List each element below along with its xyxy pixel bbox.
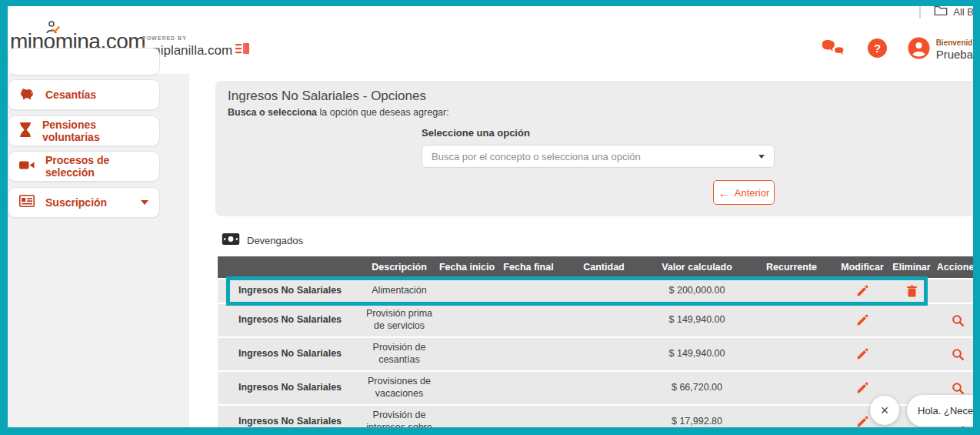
chevron-down-icon <box>141 200 148 205</box>
section-title: Devengados <box>247 235 303 246</box>
column-header-valor-calculado: Valor calculado <box>648 256 745 278</box>
logo-person-icon <box>44 20 61 38</box>
folder-icon[interactable] <box>934 5 948 19</box>
option-select[interactable]: Busca por el concepto o selecciona una o… <box>422 145 775 168</box>
row-eliminar <box>887 304 936 336</box>
select-placeholder: Busca por el concepto o selecciona una o… <box>432 151 758 162</box>
select-caret-icon <box>758 155 765 159</box>
sidebar-collapse-icon[interactable] <box>235 42 251 56</box>
edit-icon[interactable] <box>838 304 887 336</box>
sidebar-item-pensiones-voluntarias[interactable]: Pensiones voluntarias <box>8 115 160 146</box>
arrow-left-icon: ← <box>718 187 730 199</box>
sidebar-item-label: Pensiones voluntarias <box>42 119 148 143</box>
row-valor: $ 149,940.00 <box>648 338 745 370</box>
welcome-label: Bienvenid <box>936 38 973 48</box>
row-descripcion: Provisión de intereses sobre <box>362 406 436 435</box>
row-valor: $ 66,720.00 <box>648 372 745 404</box>
row-fecha-final <box>498 372 559 404</box>
row-tipo: Ingresos No Salariales <box>218 372 362 404</box>
row-tipo: Ingresos No Salariales <box>218 338 362 370</box>
column-header-fecha-final: Fecha final <box>498 256 559 278</box>
row-descripcion: Provisión prima de servicios <box>362 304 436 336</box>
header-actions: ? Bienvenid Prueba <box>821 37 973 62</box>
row-fecha-inicio <box>436 304 498 336</box>
column-header-eliminar: Eliminar <box>887 256 936 278</box>
chat-bubble[interactable]: Hola. ¿Necesitas <box>907 395 980 427</box>
app-window: All B minomina.com Especialistas en Gest… <box>0 0 980 435</box>
edit-icon[interactable] <box>838 279 887 303</box>
svg-text:?: ? <box>874 42 881 55</box>
piggy-bank-icon <box>19 86 35 103</box>
row-recurrente <box>745 279 838 303</box>
row-fecha-final <box>498 338 559 370</box>
row-recurrente <box>745 338 838 370</box>
row-tipo: Ingresos No Salariales <box>218 279 362 303</box>
sidebar-item-label: Suscripción <box>45 196 107 209</box>
row-acciones <box>936 279 980 303</box>
user-name: Prueba <box>936 48 973 61</box>
sidebar-item-suscripcion[interactable]: Suscripción <box>8 187 160 218</box>
table-row: Ingresos No Salariales Provisión prima d… <box>218 304 980 336</box>
row-recurrente <box>745 372 838 404</box>
chat-close-button[interactable]: × <box>870 396 899 425</box>
row-cantidad <box>559 406 648 435</box>
delete-icon[interactable] <box>887 279 936 303</box>
row-descripcion: Alimentación <box>362 279 436 303</box>
sidebar-item-label: Cesantías <box>45 89 96 101</box>
help-icon[interactable]: ? <box>867 38 888 62</box>
subtitle-rest: la opción que deseas agregar: <box>317 107 449 118</box>
avatar <box>908 37 930 62</box>
column-header-acciones: Acciones <box>936 256 980 278</box>
panel-subtitle: Busca o selecciona la opción que deseas … <box>228 107 449 118</box>
row-fecha-inicio <box>436 372 498 404</box>
column-header-fecha-inicio: Fecha inicio <box>436 256 498 278</box>
row-valor: $ 149,940.00 <box>648 304 745 336</box>
anterior-button-label: Anterior <box>735 187 770 199</box>
sidebar-item-procesos-de-seleccion[interactable]: Procesos de selección <box>8 151 160 182</box>
hourglass-icon <box>19 122 32 140</box>
anterior-button[interactable]: ← Anterior <box>713 180 775 205</box>
table-row: Ingresos No Salariales Provisiones de va… <box>218 372 980 404</box>
divider <box>919 5 921 18</box>
search-icon[interactable] <box>936 304 980 336</box>
row-tipo: Ingresos No Salariales <box>218 304 362 336</box>
row-recurrente <box>745 406 838 435</box>
close-icon: × <box>881 403 889 419</box>
column-header-modificar: Modificar <box>838 256 887 278</box>
row-valor: $ 200,000.00 <box>648 279 745 303</box>
sidebar-item-label: Procesos de selección <box>45 154 148 179</box>
column-header-descripcion: Descripción <box>362 256 436 278</box>
row-recurrente <box>745 304 838 336</box>
user-menu[interactable]: Bienvenid Prueba <box>908 37 973 62</box>
devengados-section-header: Devengados <box>222 233 303 249</box>
brand-name: miplanilla.com <box>150 43 233 58</box>
search-icon[interactable] <box>936 338 980 370</box>
table-header-row: Descripción Fecha inicio Fecha final Can… <box>218 256 980 278</box>
chat-bubbles-icon[interactable] <box>821 38 847 62</box>
row-fecha-final <box>498 279 559 303</box>
id-card-icon <box>19 195 35 210</box>
row-tipo: Ingresos No Salariales <box>218 406 362 435</box>
row-eliminar <box>887 338 936 370</box>
devengados-table: Descripción Fecha inicio Fecha final Can… <box>218 256 980 435</box>
page-title: Ingresos No Salariales - Opciones <box>228 89 426 104</box>
row-fecha-inicio <box>436 279 498 303</box>
bookmarks-label[interactable]: All B <box>953 6 974 18</box>
column-header-recurrente: Recurrente <box>745 256 838 278</box>
sidebar-item-cesantias[interactable]: Cesantías <box>8 79 160 110</box>
table-row: Ingresos No Salariales Alimentación $ 20… <box>218 279 980 303</box>
row-descripcion: Provisiones de vacaciones <box>362 372 436 404</box>
column-header-cantidad: Cantidad <box>559 256 648 278</box>
row-cantidad <box>559 279 648 303</box>
powered-by-label: POWERED BY <box>142 35 232 41</box>
video-camera-icon <box>19 159 35 174</box>
row-fecha-final <box>498 304 559 336</box>
edit-icon[interactable] <box>838 338 887 370</box>
banknote-icon <box>222 233 240 249</box>
browser-bookmark-bar: All B <box>919 3 974 20</box>
sidebar-item-partial <box>8 48 160 75</box>
row-cantidad <box>559 338 648 370</box>
column-header <box>218 256 362 278</box>
row-descripcion: Provisión de cesantías <box>362 338 436 370</box>
row-fecha-inicio <box>436 406 498 435</box>
